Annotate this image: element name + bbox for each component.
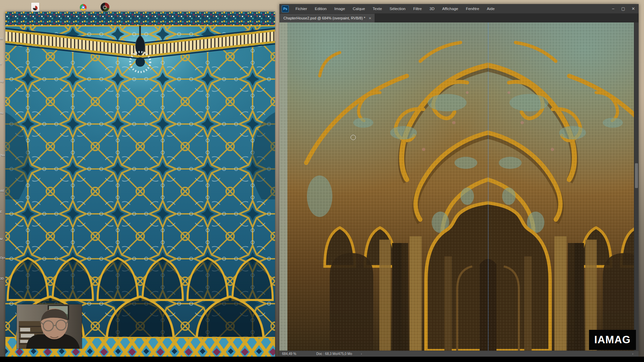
document-size-readout: Doc : 68,3 Mo/475,0 Mo: [316, 352, 352, 356]
statusbar: 684,49 % Doc : 68,3 Mo/475,0 Mo › ›: [279, 351, 639, 357]
iamag-logo: IAMAG: [589, 330, 636, 350]
menu-edition[interactable]: Edition: [315, 7, 327, 11]
photoshop-window: Ps Fichier Edition Image Calque Texte Sé…: [279, 4, 639, 357]
maximize-button[interactable]: ▢: [621, 6, 626, 11]
desktop-icon-label[interactable]: nu: [0, 111, 5, 115]
menu-texte[interactable]: Texte: [373, 7, 382, 11]
desktop-icon-label[interactable]: T: [0, 63, 5, 66]
vertical-scrollbar[interactable]: [634, 22, 639, 351]
vertical-scrollbar-thumb[interactable]: [635, 163, 638, 188]
menu-fenetre[interactable]: Fenêtre: [466, 7, 479, 11]
menu-aide[interactable]: Aide: [487, 7, 495, 11]
minimize-button[interactable]: –: [610, 6, 616, 11]
desktop-document-icon[interactable]: [31, 3, 39, 12]
status-popup-arrow-icon[interactable]: ›: [361, 352, 362, 356]
window-controls: – ▢ ✕: [610, 6, 639, 11]
menu-calque[interactable]: Calque: [353, 7, 365, 11]
screen: Mi T Ad nu (Na old E M Ope (fr) 3D: [0, 0, 644, 362]
desktop-icon-label[interactable]: Ope (fr): [0, 256, 5, 259]
desktop-icon-label[interactable]: (Na: [0, 154, 5, 157]
desktop-icon-label[interactable]: E: [0, 210, 5, 214]
webcam-overlay: [17, 304, 82, 349]
desktop-icon-label[interactable]: old: [0, 189, 5, 192]
power-media-icon[interactable]: [101, 3, 109, 11]
status-scroll-arrow-icon[interactable]: ›: [632, 352, 633, 356]
document-tab-title: ChapterHouse2.psd @ 684% (overpaint, RVB…: [283, 16, 365, 20]
chrome-icon[interactable]: [80, 4, 87, 11]
desktop-icon-label[interactable]: M: [0, 237, 5, 241]
menu-3d[interactable]: 3D: [429, 7, 434, 11]
overpaint-canvas-art: [279, 22, 634, 351]
menu-image[interactable]: Image: [334, 7, 345, 11]
iamag-logo-text: IAMAG: [594, 334, 631, 346]
photoshop-app-icon: Ps: [282, 5, 289, 12]
document-tab[interactable]: ChapterHouse2.psd @ 684% (overpaint, RVB…: [279, 14, 375, 22]
bottom-letterbox-bar: [0, 357, 644, 362]
menu-affichage[interactable]: Affichage: [442, 7, 458, 11]
menu-fichier[interactable]: Fichier: [296, 7, 307, 11]
zoom-level-field[interactable]: 684,49 %: [282, 352, 303, 356]
menu-filtre[interactable]: Filtre: [413, 7, 422, 11]
tab-close-icon[interactable]: ✕: [369, 16, 371, 20]
presenter-video: [17, 304, 82, 349]
close-button[interactable]: ✕: [631, 6, 636, 11]
vertical-guide-line[interactable]: [488, 22, 488, 351]
brush-cursor: [351, 135, 356, 140]
document-tabbar: ChapterHouse2.psd @ 684% (overpaint, RVB…: [279, 13, 639, 22]
canvas-area[interactable]: [279, 22, 639, 351]
photoshop-titlebar: Ps Fichier Edition Image Calque Texte Sé…: [279, 4, 639, 13]
menubar: Fichier Edition Image Calque Texte Sélec…: [296, 7, 495, 11]
desktop-icon-label[interactable]: Ad: [0, 80, 5, 83]
desktop-icon-label[interactable]: Mi: [0, 37, 5, 40]
menu-selection[interactable]: Sélection: [390, 7, 406, 11]
desktop-icon-label[interactable]: 3D: [0, 277, 5, 280]
